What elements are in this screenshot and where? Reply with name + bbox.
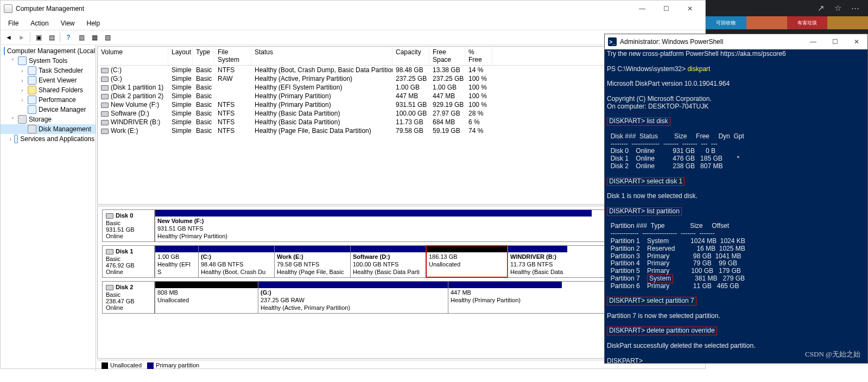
partition[interactable]: (G:)237.25 GB RAWHealthy (Active, Primar… — [258, 282, 448, 313]
watermark: CSDN @无始之始 — [805, 349, 860, 359]
menu-help[interactable]: Help — [81, 18, 106, 29]
tree-task-scheduler[interactable]: ›Task Scheduler — [1, 66, 96, 75]
ps-titlebar[interactable]: >_ Administrator: Windows PowerShell — ☐… — [605, 34, 867, 49]
menu-file[interactable]: File — [3, 18, 24, 29]
partition[interactable]: 447 MBHealthy (Primary Partition) — [448, 282, 562, 313]
col-type[interactable]: Type — [193, 47, 214, 65]
disk-label: Disk 0Basic931.51 GBOnline — [103, 210, 155, 241]
minimize-button[interactable]: — — [630, 1, 654, 16]
col-percent[interactable]: % Free — [465, 47, 492, 65]
col-fs[interactable]: File System — [214, 47, 251, 65]
refresh-button[interactable]: ▤ — [46, 31, 58, 43]
volume-icon — [101, 103, 109, 108]
disk-icon — [106, 249, 113, 254]
device-icon — [28, 105, 36, 114]
ps-close-button[interactable]: ✕ — [846, 35, 867, 49]
tree-storage[interactable]: ˅Storage — [1, 114, 96, 124]
tree-performance[interactable]: ›Performance — [1, 95, 96, 105]
computer-management-window: Computer Management — ☐ ✕ File Action Vi… — [0, 0, 706, 369]
powershell-window: >_ Administrator: Windows PowerShell — ☐… — [604, 34, 868, 364]
disk-label: Disk 2Basic238.47 GBOnline — [103, 282, 155, 313]
col-layout[interactable]: Layout — [168, 47, 193, 65]
ps-title-text: Administrator: Windows PowerShell — [620, 38, 723, 46]
view2-button[interactable]: ▦ — [88, 31, 100, 43]
partition[interactable]: 186.13 GBUnallocated — [426, 246, 508, 277]
partition[interactable]: 1.00 GBHealthy (EFI S — [155, 246, 198, 277]
menu-action[interactable]: Action — [25, 18, 54, 29]
back-button[interactable]: ◄ — [3, 31, 15, 43]
star-icon[interactable]: ☆ — [834, 3, 841, 13]
legend-swatch-primary — [147, 362, 154, 369]
tree-system-tools[interactable]: ˅System Tools — [1, 56, 96, 66]
tree-services-apps[interactable]: ›Services and Applications — [1, 134, 96, 144]
ps-minimize-button[interactable]: — — [802, 35, 824, 49]
partition[interactable]: New Volume (F:)931.51 GB NTFSHealthy (Pr… — [155, 210, 592, 241]
partition[interactable]: 808 MBUnallocated — [155, 282, 258, 313]
disk-label: Disk 1Basic476.92 GBOnline — [103, 246, 155, 277]
view1-button[interactable]: ▥ — [75, 31, 87, 43]
col-volume[interactable]: Volume — [98, 47, 168, 65]
storage-icon — [18, 115, 27, 124]
partition[interactable]: Software (D:)100.00 GB NTFSHealthy (Basi… — [350, 246, 426, 277]
window-title: Computer Management — [16, 5, 84, 12]
volume-icon — [101, 111, 109, 117]
legend-swatch-unallocated — [102, 362, 108, 369]
menu-view[interactable]: View — [55, 18, 80, 29]
clock-icon — [28, 66, 36, 75]
ps-terminal-output[interactable]: Try the new cross-platform PowerShell ht… — [605, 49, 867, 366]
tree-device-manager[interactable]: Device Manager — [1, 105, 96, 114]
tree-root[interactable]: Computer Management (Local — [1, 46, 96, 56]
tree-disk-management[interactable]: Disk Management — [1, 124, 96, 134]
volume-icon — [101, 129, 109, 134]
partition[interactable]: Work (E:)79.58 GB NTFSHealthy (Page File… — [274, 246, 350, 277]
volume-icon — [101, 94, 109, 99]
view3-button[interactable]: ▧ — [102, 31, 113, 43]
volume-icon — [101, 85, 109, 91]
partition[interactable]: WINDRIVER (B:)11.73 GB NTFSHealthy (Basi… — [508, 246, 567, 277]
share-icon[interactable]: ↗ — [818, 3, 825, 13]
maximize-button[interactable]: ☐ — [654, 1, 678, 16]
col-free[interactable]: Free Space — [429, 47, 465, 65]
up-button[interactable]: ▣ — [33, 31, 45, 43]
browser-fragment: ↗ ☆ ⋯ 可回收物 有害垃圾 — [706, 0, 868, 34]
menubar: File Action View Help — [1, 17, 705, 30]
gear-icon — [14, 135, 18, 143]
partition[interactable]: (C:)98.48 GB NTFSHealthy (Boot, Crash Du — [198, 246, 274, 277]
volume-icon — [101, 68, 109, 73]
perf-icon — [28, 96, 36, 104]
toolbar: ◄ ► ▣ ▤ ? ▥ ▦ ▧ — [1, 30, 705, 45]
computer-icon — [4, 47, 5, 55]
app-icon — [4, 4, 12, 13]
volume-icon — [101, 77, 109, 82]
disk-icon — [28, 125, 36, 133]
col-capacity[interactable]: Capacity — [392, 47, 429, 65]
volume-icon — [101, 120, 109, 125]
window-titlebar[interactable]: Computer Management — ☐ ✕ — [1, 1, 705, 17]
folder-icon — [28, 86, 36, 94]
help-button[interactable]: ? — [62, 31, 74, 43]
powershell-icon: >_ — [608, 37, 617, 46]
forward-button[interactable]: ► — [16, 31, 28, 43]
disk-icon — [106, 285, 113, 290]
wrench-icon — [18, 56, 27, 65]
ps-maximize-button[interactable]: ☐ — [824, 35, 846, 49]
navigation-tree[interactable]: Computer Management (Local ˅System Tools… — [1, 45, 96, 372]
tree-event-viewer[interactable]: ›Event Viewer — [1, 75, 96, 85]
disk-icon — [106, 213, 113, 219]
col-status[interactable]: Status — [251, 47, 392, 65]
tree-shared-folders[interactable]: ›Shared Folders — [1, 85, 96, 95]
event-icon — [28, 76, 36, 85]
close-button[interactable]: ✕ — [678, 1, 702, 16]
menu-icon[interactable]: ⋯ — [851, 3, 859, 13]
